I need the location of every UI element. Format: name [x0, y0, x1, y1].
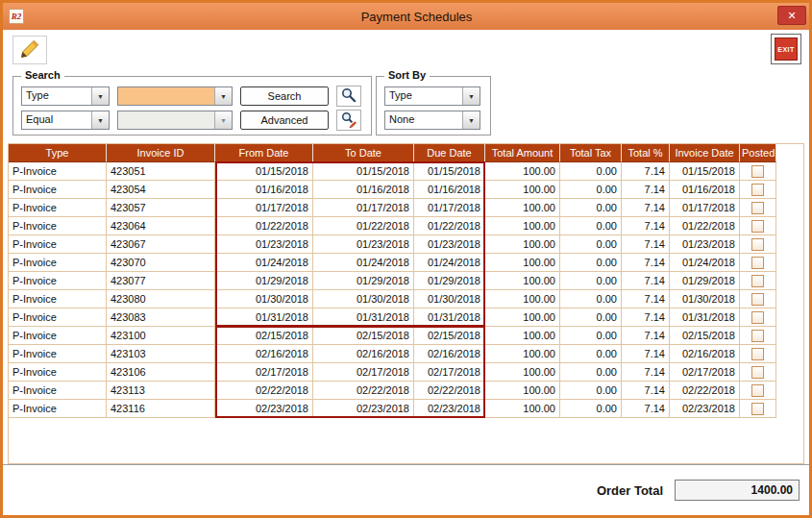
column-header-due-date[interactable]: Due Date	[414, 144, 485, 162]
column-header-total-tax[interactable]: Total Tax	[560, 144, 622, 162]
footer-bar: Order Total 1400.00	[3, 464, 809, 515]
magnifier-icon	[340, 86, 357, 107]
exit-button[interactable]: EXIT	[771, 34, 801, 64]
column-header-total-amount[interactable]: Total Amount	[485, 144, 560, 162]
column-header-from-date[interactable]: From Date	[215, 144, 313, 162]
table-row[interactable]: P-Invoice42306701/23/201801/23/201801/23…	[9, 235, 803, 254]
column-header-to-date[interactable]: To Date	[313, 144, 414, 162]
chevron-down-icon: ▼	[91, 111, 109, 129]
cell-from_date: 01/17/2018	[215, 199, 313, 217]
table-row[interactable]: P-Invoice42307701/29/201801/29/201801/29…	[9, 272, 803, 290]
cell-posted	[740, 254, 776, 272]
cell-invoice_id: 423106	[107, 363, 215, 382]
posted-checkbox[interactable]	[751, 403, 764, 415]
column-header-invoice-date[interactable]: Invoice Date	[670, 144, 740, 162]
cell-invoice_date: 01/29/2018	[670, 272, 740, 290]
chevron-down-icon: ▼	[462, 87, 480, 105]
column-header-invoice-id[interactable]: Invoice ID	[107, 144, 215, 162]
cell-from_date: 01/15/2018	[215, 162, 313, 181]
filler-cell	[776, 254, 803, 272]
cell-posted	[740, 290, 776, 308]
table-row[interactable]: P-Invoice42310602/17/201802/17/201802/17…	[9, 363, 803, 382]
posted-checkbox[interactable]	[751, 330, 764, 342]
sort-primary-select[interactable]: Type ▼	[384, 86, 480, 106]
cell-to_date: 02/16/2018	[313, 345, 414, 363]
advanced-button[interactable]: Advanced	[240, 111, 329, 130]
table-row[interactable]: P-Invoice42305701/17/201801/17/201801/17…	[9, 199, 803, 217]
table-row[interactable]: P-Invoice42308001/30/201801/30/201801/30…	[9, 290, 803, 308]
advanced-search-icon-button[interactable]	[336, 110, 361, 131]
table-row[interactable]: P-Invoice42308301/31/201801/31/201801/31…	[9, 308, 803, 327]
sort-secondary-select[interactable]: None ▼	[384, 111, 480, 130]
cell-from_date: 02/15/2018	[215, 327, 313, 345]
cell-to_date: 01/30/2018	[313, 290, 414, 308]
cell-type: P-Invoice	[9, 272, 107, 290]
search-button[interactable]: Search	[240, 86, 329, 106]
table-row[interactable]: P-Invoice42305401/16/201801/16/201801/16…	[9, 181, 803, 199]
cell-invoice_id: 423100	[107, 327, 215, 345]
close-icon: ✕	[787, 10, 796, 21]
posted-checkbox[interactable]	[751, 293, 764, 306]
table-row[interactable]: P-Invoice42311602/23/201802/23/201802/23…	[9, 400, 803, 418]
cell-invoice_id: 423116	[107, 400, 215, 418]
search-value-combo[interactable]: ▼	[117, 86, 233, 106]
cell-type: P-Invoice	[9, 199, 107, 217]
cell-total_pct: 7.14	[622, 345, 670, 363]
posted-checkbox[interactable]	[751, 348, 764, 360]
column-header-posted[interactable]: Posted	[740, 144, 776, 162]
search-icon-button[interactable]	[336, 86, 361, 107]
table-row[interactable]: P-Invoice42307001/24/201801/24/201801/24…	[9, 254, 803, 272]
cell-total_pct: 7.14	[622, 235, 670, 254]
posted-checkbox[interactable]	[751, 202, 764, 214]
invoice-table: Type Invoice ID From Date To Date Due Da…	[8, 143, 804, 464]
cell-total_tax: 0.00	[560, 327, 622, 345]
cell-to_date: 01/16/2018	[313, 181, 414, 199]
posted-checkbox[interactable]	[751, 311, 764, 324]
cell-type: P-Invoice	[9, 290, 107, 308]
order-total-label: Order Total	[597, 483, 663, 498]
table-row[interactable]: P-Invoice42310002/15/201802/15/201802/15…	[9, 327, 803, 345]
table-row[interactable]: P-Invoice42311302/22/201802/22/201802/22…	[9, 382, 803, 400]
close-button[interactable]: ✕	[777, 6, 806, 25]
cell-total_pct: 7.14	[622, 217, 670, 235]
chevron-down-icon: ▼	[214, 111, 232, 129]
posted-checkbox[interactable]	[751, 366, 764, 379]
cell-type: P-Invoice	[9, 308, 107, 327]
column-header-type[interactable]: Type	[9, 144, 107, 162]
cell-total_amount: 100.00	[485, 162, 560, 181]
cell-posted	[740, 217, 776, 235]
search-field-select[interactable]: Type ▼	[21, 86, 110, 106]
posted-checkbox[interactable]	[751, 384, 764, 397]
cell-total_tax: 0.00	[560, 345, 622, 363]
cell-type: P-Invoice	[9, 345, 107, 363]
posted-checkbox[interactable]	[751, 238, 764, 251]
table-row[interactable]: P-Invoice42310302/16/201802/16/201802/16…	[9, 345, 803, 363]
cell-to_date: 02/22/2018	[313, 382, 414, 400]
posted-checkbox[interactable]	[751, 184, 764, 196]
posted-checkbox[interactable]	[751, 257, 764, 269]
posted-checkbox[interactable]	[751, 275, 764, 287]
sortby-legend: Sort By	[384, 69, 430, 81]
sortby-controls: Type ▼ None ▼	[384, 86, 480, 130]
cell-invoice_date: 02/17/2018	[670, 363, 740, 382]
cell-total_tax: 0.00	[560, 162, 622, 181]
table-row[interactable]: P-Invoice42305101/15/201801/15/201801/15…	[9, 162, 803, 181]
invoice-grid: Type Invoice ID From Date To Date Due Da…	[9, 144, 803, 418]
cell-to_date: 01/15/2018	[313, 162, 414, 181]
column-header-total-pct[interactable]: Total %	[622, 144, 670, 162]
cell-total_tax: 0.00	[560, 308, 622, 327]
posted-checkbox[interactable]	[751, 165, 764, 178]
filler-cell	[776, 363, 803, 382]
cell-posted	[740, 327, 776, 345]
edit-button[interactable]	[12, 36, 47, 64]
posted-checkbox[interactable]	[751, 220, 764, 233]
filler-cell	[776, 327, 803, 345]
cell-invoice_id: 423057	[107, 199, 215, 217]
cell-total_amount: 100.00	[485, 382, 560, 400]
search-operator-select[interactable]: Equal ▼	[21, 111, 110, 130]
cell-invoice_date: 01/31/2018	[670, 308, 740, 327]
cell-type: P-Invoice	[9, 327, 107, 345]
table-row[interactable]: P-Invoice42306401/22/201801/22/201801/22…	[9, 217, 803, 235]
filler-cell	[776, 162, 803, 181]
cell-total_tax: 0.00	[560, 400, 622, 418]
